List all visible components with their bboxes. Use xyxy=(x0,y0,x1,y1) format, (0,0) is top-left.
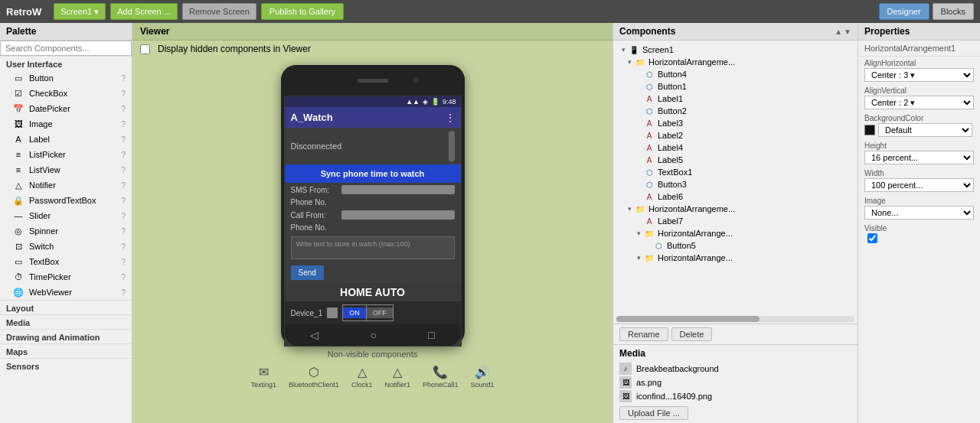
palette-search[interactable] xyxy=(0,41,132,56)
tree-item-label5[interactable]: ALabel5 xyxy=(613,154,858,166)
tree-toggle[interactable]: ▾ xyxy=(626,205,633,213)
nv-item-clock1[interactable]: △Clock1 xyxy=(351,365,373,389)
palette-help[interactable]: ? xyxy=(121,258,126,266)
nv-item-sound1[interactable]: 🔊Sound1 xyxy=(471,365,495,389)
palette-item-datepicker[interactable]: 📅DatePicker? xyxy=(0,101,132,116)
tree-toggle[interactable]: ▾ xyxy=(626,58,633,66)
rename-button[interactable]: Rename xyxy=(619,327,668,341)
menu-icon[interactable]: ⋮ xyxy=(446,112,455,123)
tree-toggle[interactable]: ▾ xyxy=(619,46,627,54)
palette-help[interactable]: ? xyxy=(121,135,126,144)
prop-checkbox-visible[interactable] xyxy=(867,233,877,243)
nv-item-phonecall1[interactable]: 📞PhoneCall1 xyxy=(423,365,459,389)
media-item-iconfind---16409-png[interactable]: 🖼iconfind...16409.png xyxy=(619,389,851,403)
palette-icon-textbox: ▭ xyxy=(12,255,24,268)
tree-item-horizontalarrange---[interactable]: ▾📁HorizontalArrange... xyxy=(613,252,858,264)
prop-select-alignhorizontal[interactable]: Center : 3 ▾ xyxy=(864,68,974,82)
palette-item-spinner[interactable]: ◎Spinner? xyxy=(0,223,132,239)
blocks-button[interactable]: Blocks xyxy=(933,3,974,20)
tree-item-label1[interactable]: ALabel1 xyxy=(613,93,858,105)
palette-help[interactable]: ? xyxy=(121,166,126,174)
text-store-field[interactable]: Write text to store in watch (max:100) xyxy=(291,236,455,259)
hidden-components-checkbox[interactable] xyxy=(140,44,150,54)
tree-item-label7[interactable]: ALabel7 xyxy=(613,215,858,227)
palette-help[interactable]: ? xyxy=(121,242,126,251)
palette-item-notifier[interactable]: △Notifier? xyxy=(0,177,132,193)
back-icon[interactable]: ◁ xyxy=(310,329,318,341)
tree-item-button1[interactable]: ⬡Button1 xyxy=(613,80,858,93)
send-button[interactable]: Send xyxy=(291,265,324,280)
tree-item-screen1[interactable]: ▾📱Screen1 xyxy=(613,44,858,56)
tree-item-horizontalarrangeme---[interactable]: ▾📁HorizontalArrangeme... xyxy=(613,56,858,68)
palette-item-switch[interactable]: ⊡Switch? xyxy=(0,239,132,254)
scrollbar[interactable] xyxy=(449,131,455,161)
screen1-button[interactable]: Screen1 ▾ xyxy=(54,3,106,20)
designer-button[interactable]: Designer xyxy=(879,3,929,20)
palette-item-listview[interactable]: ≡ListView? xyxy=(0,162,132,177)
palette-item-slider[interactable]: —Slider? xyxy=(0,208,132,223)
palette-item-passwordtextbox[interactable]: 🔒PasswordTextBox? xyxy=(0,193,132,208)
tree-item-button3[interactable]: ⬡Button3 xyxy=(613,178,858,190)
nv-item-notifier1[interactable]: △Notifier1 xyxy=(385,365,411,389)
upload-file-button[interactable]: Upload File ... xyxy=(619,406,688,420)
toggle-on-button[interactable]: ON xyxy=(343,307,366,318)
prop-select-alignvertical[interactable]: Center : 2 ▾ xyxy=(864,96,974,109)
tree-item-horizontalarrangeme---[interactable]: ▾📁HorizontalArrangeme... xyxy=(613,203,858,215)
palette-help[interactable]: ? xyxy=(121,197,126,205)
nv-item-bluetoothclient1[interactable]: ⬡BluetoothClient1 xyxy=(289,365,339,389)
palette-help[interactable]: ? xyxy=(121,151,126,159)
palette-help[interactable]: ? xyxy=(121,181,126,190)
palette-help[interactable]: ? xyxy=(121,227,126,236)
tree-item-button4[interactable]: ⬡Button4 xyxy=(613,68,858,80)
tree-item-label4[interactable]: ALabel4 xyxy=(613,142,858,154)
recents-icon[interactable]: □ xyxy=(428,329,434,341)
palette-item-textbox[interactable]: ▭TextBox? xyxy=(0,254,132,269)
palette-item-checkbox[interactable]: ☑CheckBox? xyxy=(0,86,132,101)
tree-item-button2[interactable]: ⬡Button2 xyxy=(613,105,858,117)
add-screen-button[interactable]: Add Screen ... xyxy=(110,3,178,20)
tree-item-horizontalarrange---[interactable]: ▾📁HorizontalArrange... xyxy=(613,227,858,239)
remove-screen-button[interactable]: Remove Screen xyxy=(182,3,256,20)
palette-item-listpicker[interactable]: ≡ListPicker? xyxy=(0,147,132,162)
delete-button[interactable]: Delete xyxy=(671,327,713,341)
palette-item-image[interactable]: 🖼Image? xyxy=(0,116,132,132)
viewer-header: Viewer xyxy=(132,23,612,41)
status-time: 9:48 xyxy=(443,98,456,106)
comp-collapse-icon[interactable]: ▲ xyxy=(835,28,842,36)
comp-expand-icon[interactable]: ▼ xyxy=(844,28,851,36)
tree-label: Label2 xyxy=(658,131,683,140)
prop-select-image[interactable]: None... xyxy=(864,206,974,220)
palette-item-timepicker[interactable]: ⏱TimePicker? xyxy=(0,269,132,285)
palette-item-button[interactable]: ▭Button? xyxy=(0,70,132,86)
tree-toggle[interactable]: ▾ xyxy=(635,254,642,262)
palette-help[interactable]: ? xyxy=(121,120,126,129)
prop-select-height[interactable]: 16 percent... xyxy=(864,151,974,164)
tree-item-button5[interactable]: ⬡Button5 xyxy=(613,239,858,252)
media-item-breakbeatbackground[interactable]: ♪Breakbeatbackground xyxy=(619,362,851,376)
search-input[interactable] xyxy=(0,41,132,56)
tree-item-label6[interactable]: ALabel6 xyxy=(613,190,858,203)
palette-help[interactable]: ? xyxy=(121,89,126,98)
palette-help[interactable]: ? xyxy=(121,288,126,297)
tree-item-label2[interactable]: ALabel2 xyxy=(613,129,858,142)
tree-item-label3[interactable]: ALabel3 xyxy=(613,117,858,129)
prop-color-box[interactable] xyxy=(864,125,875,135)
toggle-off-button[interactable]: OFF xyxy=(367,307,393,318)
prop-select-bgcolor[interactable]: Default xyxy=(878,123,972,137)
nv-item-texting1[interactable]: ✉Texting1 xyxy=(250,365,276,389)
palette-help[interactable]: ? xyxy=(121,105,126,113)
sms-label: SMS From: xyxy=(291,186,337,194)
palette-help[interactable]: ? xyxy=(121,273,126,281)
prop-select-width[interactable]: 100 percent... xyxy=(864,178,974,192)
tree-toggle[interactable]: ▾ xyxy=(635,229,642,237)
media-item-as-png[interactable]: 🖼as.png xyxy=(619,376,851,389)
palette-item-label[interactable]: ALabel? xyxy=(0,132,132,147)
tree-item-textbox1[interactable]: ⬡TextBox1 xyxy=(613,166,858,178)
palette-item-webviewer[interactable]: 🌐WebViewer? xyxy=(0,285,132,300)
home-icon[interactable]: ○ xyxy=(371,329,377,341)
comp-scrollbar[interactable] xyxy=(616,316,854,322)
sync-button[interactable]: Sync phone time to watch xyxy=(285,164,461,183)
palette-help[interactable]: ? xyxy=(121,212,126,220)
publish-button[interactable]: Publish to Gallery xyxy=(261,3,344,20)
palette-help[interactable]: ? xyxy=(121,74,126,83)
